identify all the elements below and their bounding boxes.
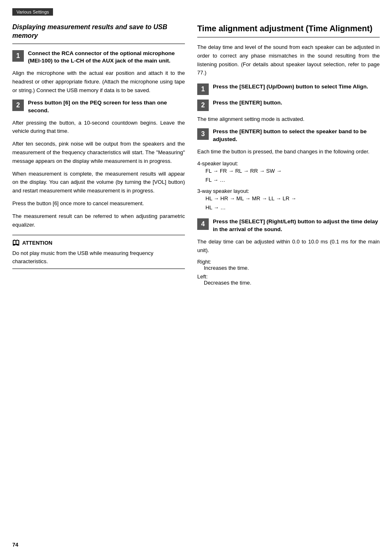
right-step-4-number: 4 <box>197 218 209 230</box>
layout1-seq1: FL → FR → RL → RR → SW → <box>205 167 380 176</box>
attention-header: 🕮 ATTENTION <box>12 239 185 247</box>
right-step-2-number: 2 <box>197 100 209 111</box>
right-step-4-title: Press the [SELECT] (Right/Left) button t… <box>213 218 380 234</box>
layout1-seq2: FL → … <box>205 176 380 185</box>
attention-box: 🕮 ATTENTION Do not play music from the U… <box>12 235 185 269</box>
step-2-number: 2 <box>12 100 24 111</box>
right-step-3-number: 3 <box>197 128 209 140</box>
layout2-label: 3-way speaker layout: <box>197 188 380 194</box>
right-step-1-block: 1 Press the [SELECT] (Up/Down) button to… <box>197 83 380 95</box>
right-step-2-block: 2 Press the [ENTER] button. <box>197 99 380 111</box>
step-2-body1: After pressing the button, a 10-second c… <box>12 119 185 136</box>
left-desc: Decreases the time. <box>204 280 380 286</box>
step-1-number: 1 <box>12 50 24 62</box>
right-step-2-body: The time alignment setting mode is activ… <box>197 115 380 124</box>
left-column: Displaying measurement results and save … <box>12 23 185 287</box>
step-1-title: Connect the RCA connector of the optiona… <box>28 50 185 65</box>
left-label: Left: <box>197 273 380 280</box>
right-direction-left: Left: Decreases the time. <box>197 273 380 286</box>
right-directions: Right: Increases the time. Left: Decreas… <box>197 259 380 286</box>
right-section-title: Time alignment adjustment (Time Alignmen… <box>197 23 380 34</box>
step-2-body3: When measurement is complete, the measur… <box>12 170 185 195</box>
step-1-block: 1 Connect the RCA connector of the optio… <box>12 50 185 65</box>
right-step-3-body: Each time the button is pressed, the ban… <box>197 148 380 156</box>
left-divider <box>12 44 185 44</box>
right-step-4-body: The delay time can be adjusted within 0.… <box>197 238 380 255</box>
attention-text: Do not play music from the USB while mea… <box>12 249 185 265</box>
right-step-3-block: 3 Press the [ENTER] button to select the… <box>197 128 380 144</box>
layout2-seq2: HL → … <box>205 203 380 212</box>
top-bar: Various Settings <box>12 8 53 16</box>
right-divider <box>197 37 380 37</box>
right-column: Time alignment adjustment (Time Alignmen… <box>197 23 380 287</box>
right-direction-right: Right: Increases the time. <box>197 259 380 271</box>
right-label: Right: <box>197 259 380 265</box>
step-2-block: 2 Press button [6] on the PEQ screen for… <box>12 99 185 115</box>
top-bar-label: Various Settings <box>16 9 49 14</box>
right-intro: The delay time and level of the sound fr… <box>197 43 380 77</box>
attention-icon: 🕮 <box>12 239 20 247</box>
right-step-2-title: Press the [ENTER] button. <box>213 99 282 107</box>
step-2-title: Press button [6] on the PEQ screen for l… <box>28 99 185 115</box>
page-number: 74 <box>12 542 18 548</box>
step-2-body2: After ten seconds, pink noise will be ou… <box>12 140 185 165</box>
layout1-label: 4-speaker layout: <box>197 160 380 167</box>
right-step-1-number: 1 <box>197 83 209 95</box>
right-step-3-title: Press the [ENTER] button to select the s… <box>213 128 380 144</box>
step-2-body4: Press the button [6] once more to cancel… <box>12 199 185 208</box>
right-step-1-title: Press the [SELECT] (Up/Down) button to s… <box>213 83 368 91</box>
attention-label: ATTENTION <box>22 240 52 246</box>
right-step-4-block: 4 Press the [SELECT] (Right/Left) button… <box>197 218 380 234</box>
left-section-title: Displaying measurement results and save … <box>12 23 185 40</box>
step-1-body: Align the microphone with the actual ear… <box>12 69 185 95</box>
two-column-layout: Displaying measurement results and save … <box>12 23 380 287</box>
step-2-body5: The measurement result can be referred t… <box>12 212 185 229</box>
page: Various Settings Displaying measurement … <box>0 0 392 556</box>
layout2-seq1: HL → HR → ML → MR → LL → LR → <box>205 194 380 203</box>
right-desc: Increases the time. <box>204 265 380 271</box>
